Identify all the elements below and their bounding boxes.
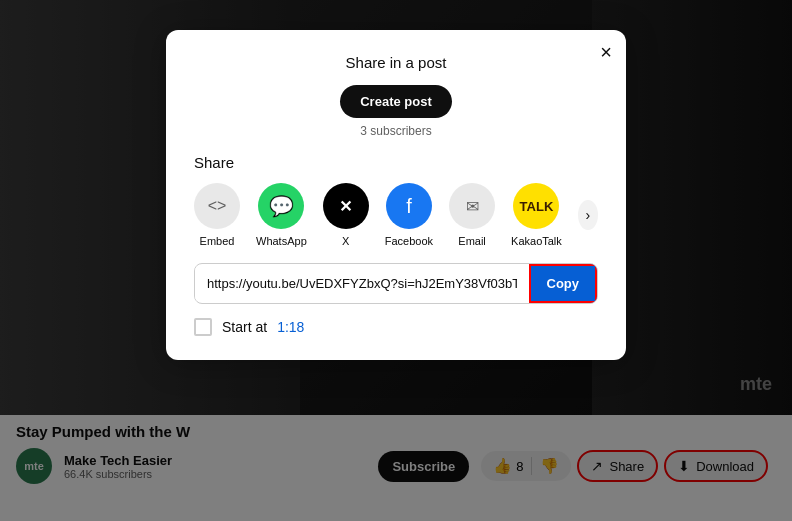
x-icon: ✕ bbox=[339, 197, 352, 216]
email-label: Email bbox=[458, 235, 486, 247]
share-icon-kakao[interactable]: TALK KakaoTalk bbox=[511, 183, 562, 247]
create-post-button[interactable]: Create post bbox=[340, 85, 452, 118]
facebook-circle: f bbox=[386, 183, 432, 229]
modal-close-button[interactable]: × bbox=[600, 42, 612, 62]
email-icon: ✉ bbox=[466, 197, 479, 216]
facebook-icon: f bbox=[406, 195, 412, 218]
start-at-checkbox[interactable] bbox=[194, 318, 212, 336]
url-input[interactable] bbox=[195, 266, 529, 301]
share-icon-facebook[interactable]: f Facebook bbox=[385, 183, 433, 247]
share-icon-embed[interactable]: <> Embed bbox=[194, 183, 240, 247]
embed-icon: <> bbox=[208, 197, 227, 215]
kakao-icon: TALK bbox=[520, 199, 554, 214]
share-icon-x[interactable]: ✕ X bbox=[323, 183, 369, 247]
start-at-label: Start at bbox=[222, 319, 267, 335]
x-circle: ✕ bbox=[323, 183, 369, 229]
scroll-right-button[interactable]: › bbox=[578, 200, 598, 230]
copy-button[interactable]: Copy bbox=[529, 264, 598, 303]
kakao-circle: TALK bbox=[513, 183, 559, 229]
whatsapp-label: WhatsApp bbox=[256, 235, 307, 247]
kakao-label: KakaoTalk bbox=[511, 235, 562, 247]
embed-label: Embed bbox=[200, 235, 235, 247]
whatsapp-circle: 💬 bbox=[258, 183, 304, 229]
subscribers-text: 3 subscribers bbox=[194, 124, 598, 138]
url-row: Copy bbox=[194, 263, 598, 304]
modal-overlay: × Share in a post Create post 3 subscrib… bbox=[0, 0, 792, 521]
share-icons-row: <> Embed 💬 WhatsApp ✕ X f Facebo bbox=[194, 183, 598, 247]
facebook-label: Facebook bbox=[385, 235, 433, 247]
start-at-time[interactable]: 1:18 bbox=[277, 319, 304, 335]
whatsapp-icon: 💬 bbox=[269, 194, 294, 218]
embed-circle: <> bbox=[194, 183, 240, 229]
start-at-row: Start at 1:18 bbox=[194, 318, 598, 336]
share-section-label: Share bbox=[194, 154, 598, 171]
share-modal: × Share in a post Create post 3 subscrib… bbox=[166, 30, 626, 360]
modal-title: Share in a post bbox=[194, 54, 598, 71]
email-circle: ✉ bbox=[449, 183, 495, 229]
x-label: X bbox=[342, 235, 349, 247]
share-icon-email[interactable]: ✉ Email bbox=[449, 183, 495, 247]
share-icon-whatsapp[interactable]: 💬 WhatsApp bbox=[256, 183, 307, 247]
